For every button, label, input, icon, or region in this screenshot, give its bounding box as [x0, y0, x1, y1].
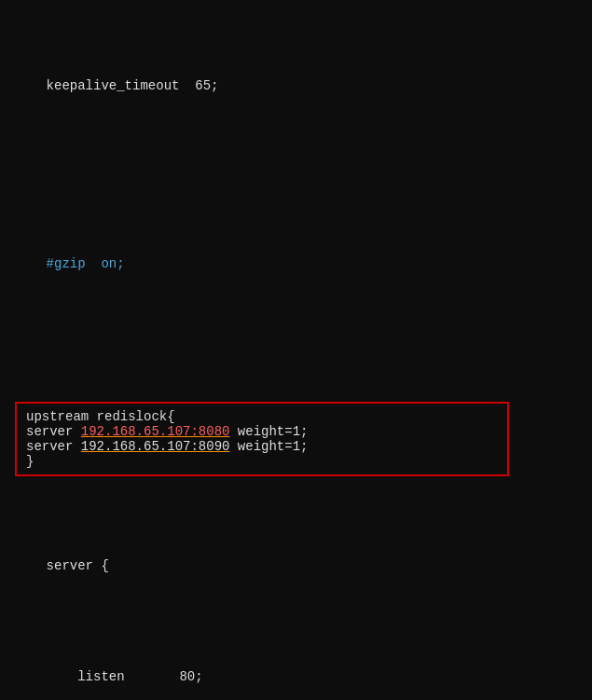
server-block: server { listen 80; server_name localhos…: [0, 486, 592, 700]
upstream-close: }: [26, 454, 498, 469]
server-open: server {: [15, 533, 577, 599]
line-keepalive: keepalive_timeout 65;: [15, 54, 577, 120]
upstream-server2: server 192.168.65.107:8090 weight=1;: [26, 439, 498, 454]
line-blank1: [15, 165, 577, 187]
upstream-block: upstream redislock{ server 192.168.65.10…: [15, 402, 509, 476]
code-container: keepalive_timeout 65; #gzip on;: [0, 0, 592, 396]
listen-line: listen 80;: [15, 644, 577, 700]
line-gzip: #gzip on;: [15, 231, 577, 297]
upstream-header: upstream redislock{: [26, 409, 498, 424]
line-blank2: [15, 342, 577, 364]
upstream-box-wrapper: upstream redislock{ server 192.168.65.10…: [7, 396, 585, 482]
upstream-server1: server 192.168.65.107:8080 weight=1;: [26, 424, 498, 439]
